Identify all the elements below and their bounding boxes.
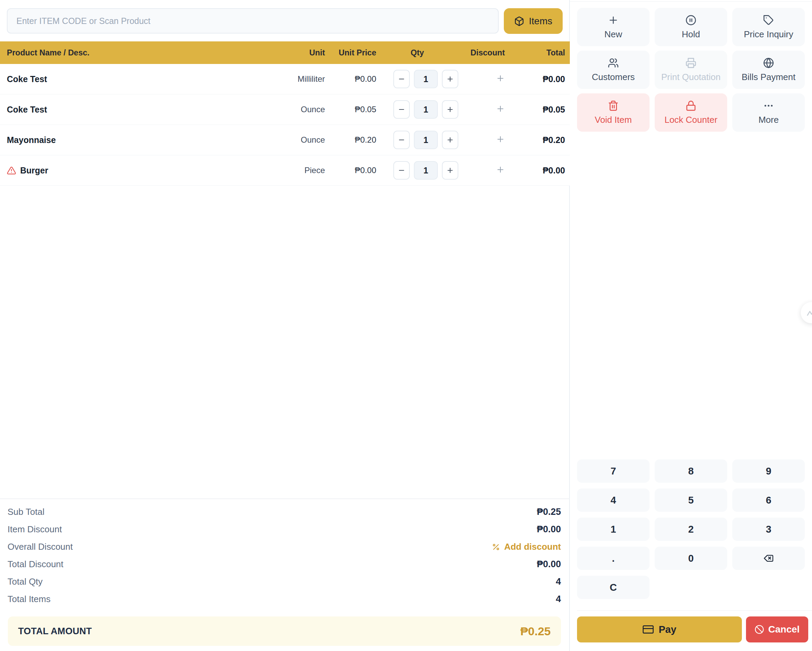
plus-icon (446, 136, 454, 144)
table-row: Mayonnaise Ounce ₱0.20 1 ₱0.20 (0, 125, 570, 155)
lock-icon (685, 100, 696, 111)
numpad-key-6[interactable]: 6 (732, 489, 805, 512)
numpad-key-decimal[interactable]: . (577, 547, 650, 570)
more-button[interactable]: More (732, 93, 805, 132)
lock-counter-button[interactable]: Lock Counter (655, 93, 727, 132)
line-total: ₱0.05 (510, 105, 565, 115)
add-discount-button[interactable]: Add discount (492, 541, 561, 552)
customers-button[interactable]: Customers (577, 50, 650, 89)
qty-value: 1 (414, 100, 438, 119)
numpad-key-7[interactable]: 7 (577, 459, 650, 483)
item-discount-row: Item Discount ₱0.00 (0, 521, 570, 538)
total-items-label: Total Items (8, 594, 50, 605)
qty-decrease-button[interactable] (393, 131, 410, 149)
total-qty-value: 4 (556, 576, 561, 587)
product-name: Coke Test (7, 105, 47, 115)
add-item-discount-button[interactable] (496, 165, 505, 174)
pay-button-label: Pay (659, 624, 676, 635)
customers-button-label: Customers (592, 72, 635, 83)
numpad-key-2[interactable]: 2 (655, 518, 727, 541)
product-name: Burger (20, 165, 48, 176)
items-button[interactable]: Items (504, 8, 563, 34)
numpad-key-8[interactable]: 8 (655, 459, 727, 483)
qty-increase-button[interactable] (442, 100, 458, 119)
minus-icon (398, 106, 405, 113)
pos-page: { "search": { "placeholder": "Enter ITEM… (0, 0, 812, 651)
void-item-button[interactable]: Void Item (577, 93, 650, 132)
header-unit: Unit (270, 48, 325, 58)
numpad-key-clear[interactable]: C (577, 576, 650, 599)
total-qty-label: Total Qty (8, 576, 43, 587)
total-amount-bar: TOTAL AMOUNT ₱0.25 (8, 616, 561, 646)
qty-decrease-button[interactable] (393, 70, 410, 88)
product-unit-price: ₱0.05 (325, 105, 376, 114)
qty-stepper: 1 (376, 131, 458, 149)
hold-button[interactable]: Hold (655, 8, 727, 46)
order-panel: Items Product Name / Desc. Unit Unit Pri… (0, 0, 570, 651)
numpad-key-0[interactable]: 0 (655, 547, 727, 570)
plus-icon (496, 165, 505, 174)
numpad-key-1[interactable]: 1 (577, 518, 650, 541)
more-button-label: More (758, 115, 778, 125)
ban-icon (754, 625, 764, 634)
plus-icon (446, 75, 454, 83)
search-input[interactable] (7, 8, 499, 34)
product-unit-price: ₱0.00 (325, 74, 376, 84)
add-item-discount-button[interactable] (496, 135, 505, 144)
qty-increase-button[interactable] (442, 70, 458, 88)
floating-widget-button[interactable] (801, 302, 812, 323)
numpad: 7 8 9 4 5 6 1 2 3 . 0 C (577, 459, 805, 599)
qty-stepper: 1 (376, 100, 458, 119)
numpad-key-9[interactable]: 9 (732, 459, 805, 483)
table-row: Coke Test Milliliter ₱0.00 1 ₱0.00 (0, 64, 570, 95)
minus-icon (398, 136, 405, 144)
qty-value: 1 (414, 70, 438, 88)
footer-divider (577, 610, 812, 611)
table-row: Burger Piece ₱0.00 1 ₱0.00 (0, 155, 570, 186)
percent-icon (492, 543, 500, 551)
total-qty-row: Total Qty 4 (0, 573, 570, 590)
pause-circle-icon (685, 15, 696, 26)
product-unit: Piece (270, 165, 325, 175)
line-total: ₱0.00 (510, 165, 565, 176)
qty-stepper: 1 (376, 70, 458, 88)
product-unit-price: ₱0.00 (325, 165, 376, 175)
numpad-key-backspace[interactable] (732, 547, 805, 570)
line-total: ₱0.00 (510, 74, 565, 84)
qty-increase-button[interactable] (442, 161, 458, 180)
item-discount-value: ₱0.00 (537, 524, 561, 535)
cancel-button[interactable]: Cancel (746, 616, 808, 642)
qty-increase-button[interactable] (442, 131, 458, 149)
add-item-discount-button[interactable] (496, 74, 505, 83)
price-inquiry-button[interactable]: Price Inquiry (732, 8, 805, 46)
order-items-list: Coke Test Milliliter ₱0.00 1 ₱0.00 Coke … (0, 64, 570, 186)
line-total: ₱0.20 (510, 135, 565, 145)
warning-triangle-icon (7, 166, 16, 175)
qty-decrease-button[interactable] (393, 100, 410, 119)
add-discount-label: Add discount (504, 541, 561, 552)
numpad-key-5[interactable]: 5 (655, 489, 727, 512)
qty-decrease-button[interactable] (393, 161, 410, 180)
print-quotation-button[interactable]: Print Quotation (655, 50, 727, 89)
product-name: Mayonnaise (7, 135, 56, 145)
total-discount-label: Total Discount (8, 559, 63, 570)
print-quotation-button-label: Print Quotation (661, 72, 720, 83)
add-item-discount-button[interactable] (496, 104, 505, 113)
bills-payment-button-label: Bills Payment (742, 72, 795, 83)
product-unit: Ounce (270, 105, 325, 114)
header-discount: Discount (458, 48, 510, 58)
plus-icon (446, 167, 454, 174)
bills-payment-button[interactable]: Bills Payment (732, 50, 805, 89)
pay-button[interactable]: Pay (577, 616, 742, 642)
subtotal-row: Sub Total ₱0.25 (0, 503, 570, 521)
new-button[interactable]: New (577, 8, 650, 46)
numpad-key-4[interactable]: 4 (577, 489, 650, 512)
product-unit-price: ₱0.20 (325, 135, 376, 145)
overall-discount-row: Overall Discount Add discount (0, 538, 570, 556)
qty-stepper: 1 (376, 161, 458, 180)
total-discount-value: ₱0.00 (537, 559, 561, 570)
header-total: Total (510, 48, 565, 58)
header-qty: Qty (376, 48, 458, 58)
numpad-key-3[interactable]: 3 (732, 518, 805, 541)
cancel-button-label: Cancel (768, 624, 800, 635)
